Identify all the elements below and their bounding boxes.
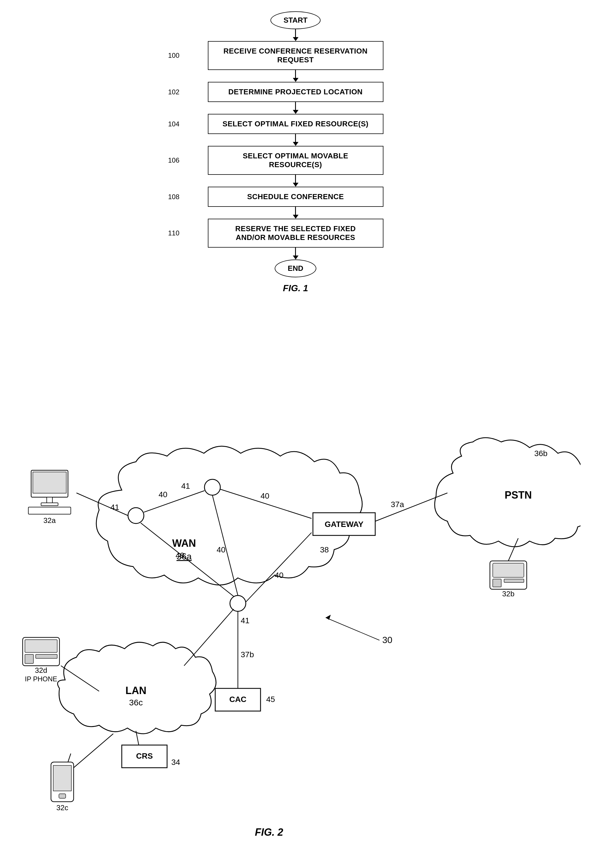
arrow-head [293,37,298,41]
step-108-text: SCHEDULE CONFERENCE [208,187,383,207]
step-104-text: SELECT OPTIMAL FIXED RESOURCE(S) [208,114,383,134]
step-106-text: SELECT OPTIMAL MOVABLE RESOURCE(S) [208,146,383,175]
step-104-label: 104 [168,120,180,128]
step-104-box: SELECT OPTIMAL FIXED RESOURCE(S) [208,114,383,134]
arrow-line [295,29,296,37]
link-label-37b: 37b [241,650,254,659]
step-100-box: RECEIVE CONFERENCE RESERVATION REQUEST [208,41,383,70]
step-100-text: RECEIVE CONFERENCE RESERVATION REQUEST [208,41,383,70]
link-label-38: 38 [320,545,329,554]
step-100-label: 100 [168,52,180,59]
link-label-40-1: 40 [159,490,167,499]
link-label-40-5: 40 [275,571,283,580]
link-centerbottom-lan [184,609,234,666]
arrow-head [293,142,298,146]
telephone-32b: 32b [490,561,527,598]
pstn-label: PSTN [505,489,532,501]
link-label-40-2: 40 [175,551,184,560]
pstn-id-label: 36b [534,449,548,458]
mobile-32c-label: 32c [56,803,68,812]
step-110-row: 110 RESERVE THE SELECTED FIXED AND/OR MO… [168,219,423,248]
svg-rect-1 [33,472,66,493]
ipphone-sublabel: IP PHONE [25,675,57,683]
crs-label: CRS [136,751,153,760]
step-108-label: 108 [168,193,180,201]
link-left-centerbottom [141,523,234,596]
link-pstn-phone [508,538,518,561]
lan-id-label: 36c [129,698,143,707]
step-106-row: 106 SELECT OPTIMAL MOVABLE RESOURCE(S) [168,146,423,175]
link-ipphone-lan [61,666,99,691]
arrow-line [295,102,296,110]
svg-rect-11 [25,654,34,663]
arrow-head [293,183,298,187]
wan-label: WAN [172,537,196,549]
step-108-row: 108 SCHEDULE CONFERENCE [168,187,423,207]
computer-32a: 32a [28,470,71,525]
svg-rect-4 [28,507,71,514]
ipphone-32d: 32d IP PHONE [23,638,59,683]
fig2-svg: WAN 36a LAN 36c PSTN 36b [14,431,581,856]
arrow-line [295,134,296,142]
cac-label: CAC [229,695,247,704]
step-102-box: DETERMINE PROJECTED LOCATION [208,82,383,102]
arrowhead-30 [326,615,331,620]
computer-label: 32a [43,516,56,525]
arrow-head [293,110,298,114]
ipphone-label: 32d [35,666,47,675]
step-110-label: 110 [168,229,180,237]
arrow-line [295,207,296,215]
step-102-text: DETERMINE PROJECTED LOCATION [208,82,383,102]
svg-rect-8 [504,579,524,582]
link-mobile-lan [74,734,113,768]
start-oval: START [270,11,321,29]
step-100-row: 100 RECEIVE CONFERENCE RESERVATION REQUE… [168,41,423,70]
step-102-row: 102 DETERMINE PROJECTED LOCATION [168,82,423,102]
arrow-line [295,248,296,255]
svg-line-16 [68,754,71,762]
telephone-32b-label: 32b [502,589,514,598]
svg-rect-15 [59,794,66,798]
link-gateway-pstn [375,493,447,521]
link-label-41-3: 41 [241,616,249,625]
svg-rect-3 [41,503,58,506]
step-110-text: RESERVE THE SELECTED FIXED AND/OR MOVABL… [208,219,383,248]
pstn-cloud: PSTN 36b [435,438,581,547]
link-label-40-4: 40 [261,492,269,500]
step-106-label: 106 [168,156,180,164]
step-102-label: 102 [168,88,180,96]
link-label-41-1: 41 [181,481,190,490]
step-108-box: SCHEDULE CONFERENCE [208,187,383,207]
router-node-left [128,508,144,524]
arrow-head [293,78,298,82]
crs-id-label: 34 [171,758,180,766]
step-106-box: SELECT OPTIMAL MOVABLE RESOURCE(S) [208,146,383,175]
router-node-center-bottom [230,595,246,611]
step-110-box: RESERVE THE SELECTED FIXED AND/OR MOVABL… [208,219,383,248]
svg-rect-14 [53,765,71,791]
svg-rect-10 [25,640,57,652]
arrow-line [295,175,296,183]
gateway-label: GATEWAY [325,520,364,528]
link-centerbottom-gateway [246,533,311,602]
link-left-centertop [144,491,205,512]
arrow-head [293,255,298,260]
fig1-caption: FIG. 1 [283,283,308,294]
mobile-32c: 32c [51,754,74,812]
link-label-41-2: 41 [111,503,119,512]
svg-rect-12 [36,654,57,658]
fig1-diagram: START 100 RECEIVE CONFERENCE RESERVATION… [168,11,423,294]
diagram-30-label: 30 [382,635,392,645]
fig2-caption: FIG. 2 [255,827,283,838]
lan-label: LAN [125,685,146,696]
cac-id-label: 45 [266,695,275,704]
arrow-line [295,70,296,78]
arrow-30 [326,617,379,640]
svg-rect-7 [493,579,501,587]
router-node-center-top [205,479,220,495]
link-label-37a: 37a [391,500,404,509]
end-oval: END [275,260,316,278]
fig2-diagram: WAN 36a LAN 36c PSTN 36b [14,431,581,856]
link-label-40-3: 40 [217,545,225,554]
end-node: END [275,260,316,278]
